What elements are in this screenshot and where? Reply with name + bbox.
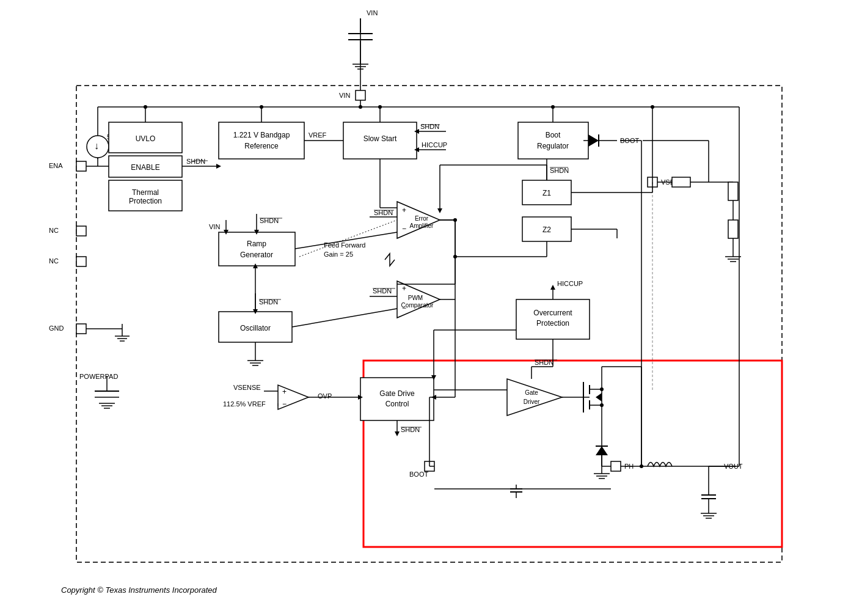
ffgain-value: Gain = 25 [324, 251, 353, 258]
vref-ovp-label: 112.5% VREF [223, 400, 266, 408]
vin-top-label: VIN [367, 9, 378, 16]
svg-point-182 [651, 105, 654, 109]
powerpad-label: POWERPAD [79, 373, 118, 380]
gatedrive-label2: Control [385, 400, 409, 408]
svg-rect-34 [518, 122, 588, 159]
svg-point-156 [260, 105, 263, 109]
svg-point-180 [359, 105, 362, 109]
gnd-pin-label: GND [49, 324, 64, 332]
ovp-minus: − [282, 400, 287, 408]
erramp-label1: Error [415, 215, 429, 222]
enable-block-label: ENABLE [131, 163, 159, 172]
svg-rect-160 [76, 257, 86, 266]
shdn-enable-label: SHDN [186, 158, 205, 165]
rampgen-label2: Generator [240, 251, 273, 259]
shdn-ss-label: SHDN [420, 123, 439, 130]
diagram-container: VIN VIN ↓ 5 μA ENA UVLO ENABLE Thermal P… [0, 0, 862, 616]
hiccup-oc-label: HICCUP [557, 280, 583, 287]
svg-point-158 [378, 105, 382, 109]
svg-rect-45 [672, 177, 690, 187]
nc1-label: NC [49, 227, 59, 234]
svg-point-200 [640, 464, 643, 468]
gatedrv-label2: Driver [524, 398, 540, 405]
vin-terminal-label: VIN [339, 92, 350, 99]
svg-point-181 [551, 105, 555, 109]
svg-rect-159 [76, 226, 86, 236]
z1-label: Z1 [542, 189, 551, 197]
hiccup-ss-label: HICCUP [422, 141, 447, 148]
svg-rect-161 [76, 324, 86, 334]
ovp-plus: + [282, 387, 287, 396]
svg-point-154 [144, 105, 147, 109]
thermal-label2: Protection [129, 197, 162, 205]
svg-rect-117 [611, 461, 621, 471]
ffgain-label: Feed Forward [324, 241, 365, 249]
pwmcomp-minus: − [402, 304, 406, 312]
rampgen-label1: Ramp [247, 240, 266, 248]
svg-rect-12 [356, 90, 365, 100]
pwmcomp-plus: + [402, 284, 406, 293]
nc2-label: NC [49, 257, 59, 265]
erramp-label2: Amplifier [410, 222, 434, 229]
current-source: ↓ [94, 141, 99, 151]
erramp-plus: + [402, 206, 406, 215]
ovp-label: OVP [318, 392, 332, 400]
oc-label2: Protection [536, 319, 569, 328]
uvlo-block-label: UVLO [136, 134, 156, 143]
osc-label: Oscillator [240, 324, 271, 332]
z2-label: Z2 [542, 226, 551, 234]
bandgap-label1: 1.221 V Bandgap [233, 131, 290, 139]
vin-ramp-label: VIN [209, 223, 220, 230]
ena-label: ENA [49, 162, 63, 169]
svg-rect-50 [728, 182, 738, 200]
svg-rect-26 [219, 122, 304, 159]
pwmcomp-label1: PWM [408, 295, 423, 301]
gatedrv-label1: Gate [525, 389, 538, 396]
bootreg-label2: Regulator [537, 142, 569, 150]
oc-label1: Overcurrent [533, 309, 572, 317]
svg-rect-17 [76, 161, 86, 171]
gatedrive-label1: Gate Drive [379, 389, 415, 398]
copyright-label: Copyright © Texas Instruments Incorporat… [61, 585, 217, 595]
vsense-ovp-label: VSENSE [233, 384, 261, 391]
shdn-z1-label: SHDN [550, 167, 569, 174]
slowstart-label1: Slow Start [363, 134, 397, 143]
thermal-label1: Thermal [132, 188, 159, 197]
boot-terminal-label: BOOT [409, 471, 428, 478]
svg-rect-67 [219, 232, 295, 266]
svg-rect-52 [728, 220, 738, 238]
bootreg-label1: Boot [546, 131, 561, 139]
erramp-minus: − [402, 224, 406, 233]
vref-label: VREF [309, 131, 327, 139]
bandgap-label2: Reference [244, 142, 279, 150]
svg-rect-85 [360, 378, 434, 420]
